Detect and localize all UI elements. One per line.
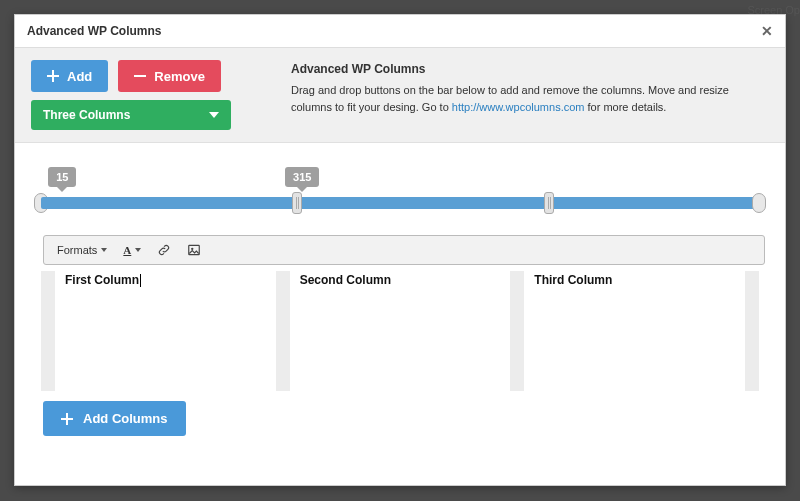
footer: Add Columns bbox=[35, 391, 765, 452]
dialog: Advanced WP Columns ✕ Add Remove Three C… bbox=[14, 14, 786, 486]
plus-icon bbox=[61, 413, 73, 425]
remove-button[interactable]: Remove bbox=[118, 60, 221, 92]
dialog-title: Advanced WP Columns bbox=[27, 24, 161, 38]
button-row: Add Remove bbox=[31, 60, 241, 92]
link-button[interactable] bbox=[150, 239, 178, 261]
chevron-down-icon bbox=[101, 248, 107, 252]
add-columns-button[interactable]: Add Columns bbox=[43, 401, 186, 436]
chevron-down-icon bbox=[209, 112, 219, 118]
link-icon bbox=[157, 243, 171, 257]
image-button[interactable] bbox=[180, 239, 208, 261]
column-gutter bbox=[41, 271, 55, 391]
add-button-label: Add bbox=[67, 69, 92, 84]
text-color-icon: A bbox=[123, 244, 131, 256]
slider-handle[interactable] bbox=[544, 192, 554, 214]
column-gutter bbox=[745, 271, 759, 391]
column-editor[interactable]: First Column bbox=[55, 271, 276, 391]
columns-preset-label: Three Columns bbox=[43, 108, 130, 122]
column-gutter bbox=[510, 271, 524, 391]
workspace: 15 315 Formats A First Colu bbox=[15, 143, 785, 485]
remove-button-label: Remove bbox=[154, 69, 205, 84]
intro-heading: Advanced WP Columns bbox=[291, 60, 769, 78]
minus-icon bbox=[134, 70, 146, 82]
image-icon bbox=[187, 243, 201, 257]
column-label: Third Column bbox=[534, 273, 612, 287]
slider-marker: 315 bbox=[285, 167, 319, 187]
toolbar-left: Add Remove Three Columns bbox=[31, 60, 241, 130]
column-label: Second Column bbox=[300, 273, 391, 287]
intro-paragraph: Drag and drop buttons on the bar below t… bbox=[291, 82, 769, 115]
chevron-down-icon bbox=[135, 248, 141, 252]
formats-label: Formats bbox=[57, 244, 97, 256]
close-icon[interactable]: ✕ bbox=[761, 23, 773, 39]
text-color-button[interactable]: A bbox=[116, 240, 148, 260]
toolbar-area: Add Remove Three Columns Advanced WP Col… bbox=[15, 48, 785, 143]
slider-end-right[interactable] bbox=[752, 193, 766, 213]
slider-marker: 15 bbox=[48, 167, 76, 187]
add-button[interactable]: Add bbox=[31, 60, 108, 92]
add-columns-label: Add Columns bbox=[83, 411, 168, 426]
column-label: First Column bbox=[65, 273, 139, 287]
intro-link[interactable]: http://www.wpcolumns.com bbox=[452, 101, 585, 113]
columns-preset-select[interactable]: Three Columns bbox=[31, 100, 231, 130]
dialog-titlebar: Advanced WP Columns ✕ bbox=[15, 15, 785, 48]
columns-preview: First Column Second Column Third Column bbox=[41, 271, 759, 391]
column-editor[interactable]: Second Column bbox=[290, 271, 511, 391]
intro-text-after: for more details. bbox=[588, 101, 667, 113]
column-gutter bbox=[276, 271, 290, 391]
column-width-slider[interactable]: 15 315 bbox=[41, 175, 759, 225]
text-caret bbox=[140, 274, 141, 287]
plus-icon bbox=[47, 70, 59, 82]
column-editor[interactable]: Third Column bbox=[524, 271, 745, 391]
intro-text: Advanced WP Columns Drag and drop button… bbox=[291, 60, 769, 130]
slider-handle[interactable] bbox=[292, 192, 302, 214]
editor-toolbar: Formats A bbox=[43, 235, 765, 265]
formats-dropdown[interactable]: Formats bbox=[50, 240, 114, 260]
slider-track bbox=[41, 197, 759, 209]
svg-point-1 bbox=[191, 248, 193, 250]
